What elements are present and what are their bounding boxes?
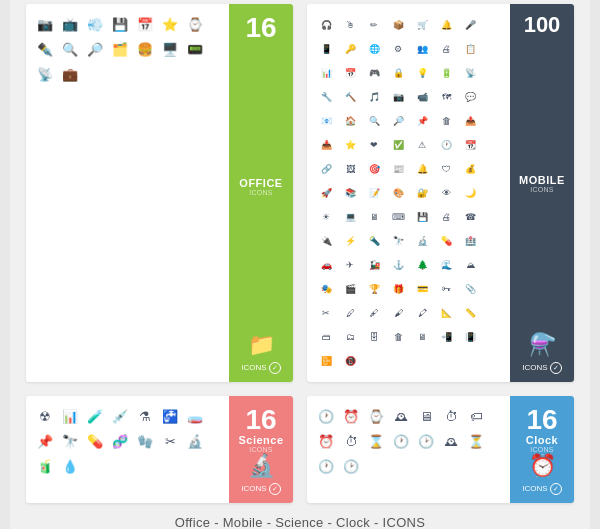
m-icon-54: 🔐: [411, 182, 433, 204]
c-icon-11: 🕐: [390, 431, 412, 453]
main-container: 📷 📺 💨 💾 📅 ⭐ ⌚ ✒️ 🔍 🔎 🗂️ 🍔 🖥️ 📟 📡 💼: [10, 0, 590, 529]
m-icon-52: 📝: [363, 182, 385, 204]
m-icon-17: 🎮: [363, 62, 385, 84]
m-icon-88: 🖌: [387, 302, 409, 324]
icon-fan: 💨: [84, 14, 106, 36]
m-icon-49: 💰: [459, 158, 481, 180]
m-icon-27: 🗺: [435, 86, 457, 108]
c-icon-10: ⌛: [365, 431, 387, 453]
office-badge-title: OFFICE ICONS: [239, 177, 282, 196]
m-icon-95: 🗑: [387, 326, 409, 348]
science-panel: ☢ 📊 🧪 💉 ⚗ 🚰 🧫 📌 🔭 💊 🧬 🧤 ✂ 🔬 🧃 💧 16: [26, 396, 293, 503]
clock-badge-icon: ⏰: [529, 453, 556, 479]
clock-panel: 🕐 ⏰ ⌚ 🕰 🖥 ⏱ 🏷 ⏰ ⏱ ⌛ 🕐 🕑 🕰 ⏳ 🕐 🕑 16: [307, 396, 574, 503]
m-icon-98: 📳: [459, 326, 481, 348]
m-icon-36: 📥: [315, 134, 337, 156]
office-panel: 📷 📺 💨 💾 📅 ⭐ ⌚ ✒️ 🔍 🔎 🗂️ 🍔 🖥️ 📟 📡 💼: [26, 4, 293, 382]
m-icon-90: 📐: [435, 302, 457, 324]
m-icon-30: 🏠: [339, 110, 361, 132]
m-icon-96: 🖥: [411, 326, 433, 348]
c-icon-12: 🕑: [415, 431, 437, 453]
m-icon-92: 🗃: [315, 326, 337, 348]
m-icon-28: 💬: [459, 86, 481, 108]
s-icon-1: ☢: [34, 406, 56, 428]
m-icon-57: ☀: [315, 206, 337, 228]
icon-phone: 📟: [184, 39, 206, 61]
m-icon-77: ⛰: [459, 254, 481, 276]
mobile-badge: 100 MOBILE ICONS ⚗️ ICONS ✓: [510, 4, 574, 382]
icon-camera: 📷: [34, 14, 56, 36]
m-icon-22: 🔧: [315, 86, 337, 108]
c-icon-14: ⏳: [465, 431, 487, 453]
m-icon-26: 📹: [411, 86, 433, 108]
icon-pen: ✒️: [34, 39, 56, 61]
m-icon-33: 📌: [411, 110, 433, 132]
m-icon-59: 🖥: [363, 206, 385, 228]
m-icon-5: 🛒: [411, 14, 433, 36]
m-icon-53: 🎨: [387, 182, 409, 204]
m-icon-66: 🔦: [363, 230, 385, 252]
m-icon-11: ⚙: [387, 38, 409, 60]
s-icon-12: 🧤: [134, 431, 156, 453]
clock-badge-title: Clock ICONS: [526, 434, 558, 453]
m-icon-100: 📵: [339, 350, 361, 372]
m-icon-51: 📚: [339, 182, 361, 204]
office-badge-number: 16: [245, 14, 276, 42]
m-icon-43: 🔗: [315, 158, 337, 180]
office-badge-bottom: 📁 ICONS ✓: [241, 332, 280, 374]
icon-star-monitor: ⭐: [159, 14, 181, 36]
m-icon-2: 🖱: [339, 14, 361, 36]
m-icon-87: 🖋: [363, 302, 385, 324]
m-icon-16: 📅: [339, 62, 361, 84]
m-icon-31: 🔍: [363, 110, 385, 132]
m-icon-6: 🔔: [435, 14, 457, 36]
s-icon-7: 🧫: [184, 406, 206, 428]
m-icon-14: 📋: [459, 38, 481, 60]
icon-briefcase: 💼: [59, 64, 81, 86]
c-icon-3: ⌚: [365, 406, 387, 428]
m-icon-4: 📦: [387, 14, 409, 36]
c-icon-7: 🏷: [465, 406, 487, 428]
c-icon-1: 🕐: [315, 406, 337, 428]
mobile-badge-title: MOBILE ICONS: [519, 174, 565, 193]
m-icon-7: 🎤: [459, 14, 481, 36]
footer-text: Office - Mobile - Science - Clock - ICON…: [26, 515, 574, 530]
icon-magnify2: 🔎: [84, 39, 106, 61]
m-icon-67: 🔭: [387, 230, 409, 252]
m-icon-21: 📡: [459, 62, 481, 84]
clock-badge: 16 Clock ICONS ⏰ ICONS ✓: [510, 396, 574, 503]
m-icon-62: 🖨: [435, 206, 457, 228]
office-icons-label: ICONS ✓: [241, 362, 280, 374]
icon-burger: 🍔: [134, 39, 156, 61]
m-icon-34: 🗑: [435, 110, 457, 132]
s-icon-9: 🔭: [59, 431, 81, 453]
icon-watch: ⌚: [184, 14, 206, 36]
m-icon-60: ⌨: [387, 206, 409, 228]
m-icon-39: ✅: [387, 134, 409, 156]
mobile-badge-bottom: ⚗️ ICONS ✓: [522, 332, 561, 374]
m-icon-73: 🚂: [363, 254, 385, 276]
m-icon-50: 🚀: [315, 182, 337, 204]
m-icon-80: 🏆: [363, 278, 385, 300]
m-icon-65: ⚡: [339, 230, 361, 252]
m-icon-47: 🔔: [411, 158, 433, 180]
m-icon-1: 🎧: [315, 14, 337, 36]
icon-tv: 📺: [59, 14, 81, 36]
m-icon-72: ✈: [339, 254, 361, 276]
m-icon-3: ✏: [363, 14, 385, 36]
m-icon-81: 🎁: [387, 278, 409, 300]
s-icon-14: 🔬: [184, 431, 206, 453]
m-icon-85: ✂: [315, 302, 337, 324]
icon-wifi: 📡: [34, 64, 56, 86]
science-icons-label: ICONS ✓: [241, 483, 280, 495]
m-icon-61: 💾: [411, 206, 433, 228]
m-icon-12: 👥: [411, 38, 433, 60]
m-icon-23: 🔨: [339, 86, 361, 108]
c-icon-6: ⏱: [440, 406, 462, 428]
m-icon-83: 🗝: [435, 278, 457, 300]
s-icon-2: 📊: [59, 406, 81, 428]
m-icon-68: 🔬: [411, 230, 433, 252]
icon-magnify1: 🔍: [59, 39, 81, 61]
m-icon-97: 📲: [435, 326, 457, 348]
m-icon-70: 🏥: [459, 230, 481, 252]
